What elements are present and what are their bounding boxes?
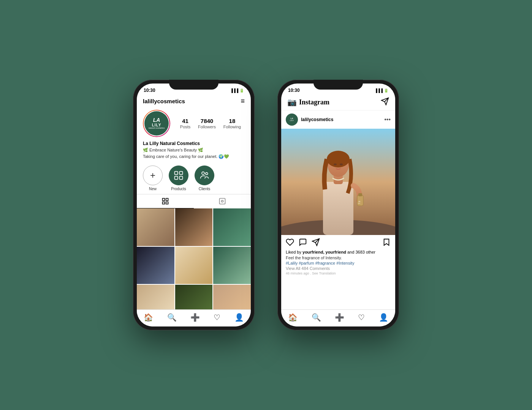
time-text: 46 minutes ago . See Translation: [286, 271, 336, 275]
avatar-inner: LA LILY natural cosmetics: [144, 111, 169, 136]
grid-cell-3[interactable]: [213, 208, 251, 246]
bottom-nav-2: 🏠 🔍 ➕ ♡ 👤: [281, 309, 395, 326]
svg-rect-10: [220, 199, 225, 204]
grid-cell-8[interactable]: [175, 285, 213, 309]
post-avatar[interactable]: LA LILY: [286, 114, 298, 126]
grid-cell-9[interactable]: [213, 285, 251, 309]
bio-line-1: 🌿 Embrace Nature's Beauty 🌿: [143, 147, 245, 153]
highlight-products[interactable]: Products: [169, 166, 188, 191]
grid-cell-4[interactable]: [137, 247, 174, 284]
nav-heart-2[interactable]: ♡: [358, 313, 365, 322]
comment-icon[interactable]: [299, 238, 307, 248]
save-icon[interactable]: [382, 238, 391, 248]
likes-rest: and 3683 other: [346, 250, 375, 254]
highlight-new[interactable]: + New: [143, 166, 163, 191]
svg-rect-3: [179, 176, 182, 179]
nav-add-1[interactable]: ➕: [190, 313, 200, 322]
screen-1: 10:30 ▐▐▐ 🔋 lalillycosmetics ≡ LA LILY: [137, 84, 251, 326]
tabs-bar: [137, 194, 251, 208]
bio-name: La Lilly Natural Cosmetics: [143, 141, 245, 146]
nav-home-1[interactable]: 🏠: [144, 313, 153, 322]
posts-number: 41: [182, 118, 188, 124]
send-icon[interactable]: [381, 97, 389, 107]
post-image[interactable]: LA LILY: [281, 129, 395, 235]
avatar-logo: LA LILY natural cosmetics: [149, 117, 165, 129]
svg-rect-6: [163, 199, 165, 201]
nav-search-2[interactable]: 🔍: [312, 313, 321, 322]
posts-label: Posts: [180, 125, 191, 129]
like-icon[interactable]: [286, 238, 294, 248]
svg-rect-21: [358, 193, 362, 196]
tab-grid[interactable]: [137, 194, 194, 208]
stat-followers[interactable]: 7840 Followers: [198, 118, 216, 129]
svg-point-11: [222, 200, 223, 202]
photo-grid: [137, 208, 251, 309]
svg-rect-1: [179, 172, 182, 175]
post-comments-link[interactable]: View All 484 Comments: [281, 266, 395, 271]
post-likes: Liked by yourfriend, yourfriend and 3683…: [281, 250, 395, 255]
bio-line-2: Taking care of you, caring for our plane…: [143, 153, 245, 160]
highlight-new-label: New: [149, 187, 157, 191]
post-time: 46 minutes ago . See Translation: [281, 271, 395, 278]
stat-following[interactable]: 18 Following: [223, 118, 241, 129]
grid-cell-5[interactable]: [175, 247, 213, 284]
caption-text: Feel the fragrance of Intensity.: [286, 255, 342, 260]
likes-bold[interactable]: yourfriend, yourfriend: [302, 250, 346, 254]
time-2: 10:30: [288, 88, 300, 93]
post-hashtags[interactable]: #Lalily #parfum #fragrance #Intensity: [281, 261, 395, 266]
nav-search-1[interactable]: 🔍: [167, 313, 177, 322]
status-icons-2: ▐▐▐ 🔋: [375, 88, 388, 93]
signal-icon: ▐▐▐: [230, 88, 238, 93]
tab-tagged[interactable]: [194, 194, 251, 208]
nav-profile-2[interactable]: 👤: [379, 313, 388, 322]
phone-2: 10:30 ▐▐▐ 🔋 📷 Instagram: [277, 80, 399, 330]
ig-header-left: 📷 Instagram: [287, 98, 329, 107]
nav-profile-1[interactable]: 👤: [234, 313, 244, 322]
battery-icon-2: 🔋: [384, 88, 388, 93]
nav-add-2[interactable]: ➕: [335, 313, 344, 322]
post-user-row: LA LILY lalilycosmetics •••: [281, 110, 395, 129]
likes-text: Liked by: [286, 250, 302, 254]
followers-number: 7840: [201, 118, 213, 124]
post-username[interactable]: lalilycosmetics: [301, 117, 333, 122]
post-more-icon[interactable]: •••: [384, 116, 391, 123]
nav-heart-1[interactable]: ♡: [214, 313, 220, 322]
highlight-products-circle: [169, 166, 188, 185]
highlights-row: + New Products: [137, 163, 251, 194]
post-screen: 📷 Instagram LA LILY: [281, 96, 395, 309]
phone-1: 10:30 ▐▐▐ 🔋 lalillycosmetics ≡ LA LILY: [133, 80, 255, 330]
following-label: Following: [223, 125, 241, 129]
grid-cell-2[interactable]: [175, 208, 213, 246]
following-number: 18: [229, 118, 236, 124]
profile-username: lalillycosmetics: [143, 98, 185, 104]
post-user-left: LA LILY lalilycosmetics: [286, 114, 333, 126]
ig-logo: Instagram: [299, 98, 329, 106]
post-actions: [281, 235, 395, 250]
highlight-clients[interactable]: Clients: [195, 166, 214, 191]
battery-icon: 🔋: [239, 88, 244, 93]
grid-cell-7[interactable]: [137, 285, 174, 309]
svg-text:LILY: LILY: [358, 203, 360, 204]
camera-icon[interactable]: 📷: [287, 98, 297, 107]
svg-point-4: [202, 172, 204, 175]
comments-text: View All 484 Comments: [286, 266, 330, 271]
avatar-ring: LA LILY natural cosmetics: [143, 110, 170, 137]
svg-rect-8: [163, 202, 165, 204]
svg-text:LA: LA: [358, 200, 360, 202]
share-icon[interactable]: [312, 238, 320, 248]
svg-point-19: [327, 151, 350, 167]
svg-rect-7: [166, 199, 168, 201]
nav-home-2[interactable]: 🏠: [288, 313, 298, 322]
svg-point-24: [334, 164, 337, 166]
svg-point-5: [206, 172, 208, 175]
bio-section: La Lilly Natural Cosmetics 🌿 Embrace Nat…: [137, 141, 251, 163]
stats-row: 41 Posts 7840 Followers 18 Following: [176, 118, 245, 129]
menu-icon[interactable]: ≡: [241, 97, 245, 105]
grid-cell-6[interactable]: [213, 247, 251, 284]
profile-header: lalillycosmetics ≡: [137, 96, 251, 108]
hashtags-text: #Lalily #parfum #fragrance #Intensity: [286, 261, 354, 265]
signal-icon-2: ▐▐▐: [375, 88, 383, 93]
svg-rect-2: [175, 176, 178, 179]
highlight-clients-label: Clients: [199, 187, 211, 191]
grid-cell-1[interactable]: [137, 208, 174, 246]
